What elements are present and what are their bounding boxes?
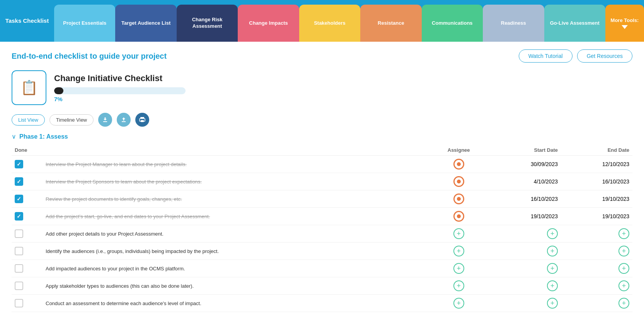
assignee-cell: + <box>428 243 489 260</box>
col-start-date: Start Date <box>489 145 561 156</box>
checkbox-checked[interactable]: ✓ <box>15 160 23 168</box>
add-end-date-button[interactable]: + <box>618 228 629 239</box>
phase-title: Phase 1: Assess <box>19 133 68 140</box>
progress-bar-container <box>54 87 186 94</box>
list-view-button[interactable]: List View <box>12 114 45 126</box>
task-text-cell: Add the project's start, go-live, and en… <box>43 208 428 225</box>
upload-icon[interactable] <box>117 113 131 127</box>
task-label: Review the project documents to identify… <box>46 196 182 202</box>
tab-change-risk[interactable]: Change Risk Assessment <box>177 5 238 42</box>
start-date-cell: + <box>489 225 561 243</box>
add-start-date-button[interactable]: + <box>547 280 558 291</box>
col-done: Done <box>12 145 43 156</box>
table-row: ✓Add the project's start, go-live, and e… <box>12 208 632 225</box>
checkbox-checked[interactable]: ✓ <box>15 212 23 221</box>
download-icon[interactable] <box>98 113 112 127</box>
assignee-avatar[interactable] <box>453 159 464 170</box>
add-end-date-button[interactable]: + <box>618 263 629 274</box>
table-row: Identify the audiences (i.e., groups, in… <box>12 243 632 260</box>
checkbox-unchecked[interactable] <box>15 264 23 273</box>
checklist-icon-box: 📋 <box>12 70 46 105</box>
assignee-avatar[interactable] <box>453 176 464 187</box>
tab-target-audience[interactable]: Target Audience List <box>115 5 176 42</box>
add-end-date-button[interactable]: + <box>618 298 629 309</box>
checklist-info: Change Initiative Checklist 7% <box>54 73 632 102</box>
page-title: End-to-end checklist to guide your proje… <box>12 52 167 61</box>
tab-tasks-checklist[interactable]: Tasks Checklist <box>0 0 54 42</box>
end-date: 16/10/2023 <box>602 178 629 185</box>
checkbox-checked[interactable]: ✓ <box>15 195 23 203</box>
assignee-avatar[interactable] <box>453 193 464 204</box>
assignee-avatar[interactable] <box>453 211 464 222</box>
add-assignee-button[interactable]: + <box>453 246 464 256</box>
get-resources-button[interactable]: Get Resources <box>577 49 632 63</box>
tab-resistance[interactable]: Resistance <box>360 5 421 42</box>
end-date-cell: 19/10/2023 <box>561 190 632 208</box>
add-start-date-button[interactable]: + <box>547 246 558 256</box>
add-end-date-button[interactable]: + <box>618 246 629 256</box>
add-assignee-button[interactable]: + <box>453 263 464 274</box>
add-assignee-button[interactable]: + <box>453 298 464 309</box>
chevron-down-icon <box>622 25 628 29</box>
tab-communications[interactable]: Communications <box>422 5 483 42</box>
add-start-date-button[interactable]: + <box>547 228 558 239</box>
task-text-cell: Review the project documents to identify… <box>43 190 428 208</box>
task-label: Identify the audiences (i.e., groups, in… <box>46 248 219 254</box>
add-assignee-button[interactable]: + <box>453 228 464 239</box>
start-date-cell: + <box>489 277 561 295</box>
task-table: Done Assignee Start Date End Date ✓Inter… <box>12 145 632 314</box>
tab-more-tools[interactable]: More Tools: <box>605 5 644 42</box>
end-date-cell: + <box>561 225 632 243</box>
end-date: 12/10/2023 <box>602 161 629 167</box>
checkbox-unchecked[interactable] <box>15 229 23 238</box>
main-content: End-to-end checklist to guide your proje… <box>0 42 644 314</box>
start-date-cell: + <box>489 312 561 314</box>
checkbox-checked[interactable]: ✓ <box>15 177 23 186</box>
assignee-cell: + <box>428 312 489 314</box>
done-cell <box>12 260 43 277</box>
start-date-cell: + <box>489 295 561 312</box>
timeline-view-button[interactable]: Timeline View <box>49 114 94 126</box>
start-date-cell: + <box>489 260 561 277</box>
add-start-date-button[interactable]: + <box>547 298 558 309</box>
watch-tutorial-button[interactable]: Watch Tutorial <box>519 49 572 63</box>
svg-rect-2 <box>141 120 144 122</box>
assignee-cell <box>428 208 489 225</box>
tab-stakeholders[interactable]: Stakeholders <box>299 5 360 42</box>
tab-change-impacts[interactable]: Change Impacts <box>238 5 299 42</box>
table-row: ✓Interview the Project Manager to learn … <box>12 156 632 173</box>
checklist-icon: 📋 <box>20 80 38 96</box>
page-header: End-to-end checklist to guide your proje… <box>12 49 632 63</box>
phase-toggle-icon[interactable]: ∨ <box>12 133 16 140</box>
end-date-cell: 16/10/2023 <box>561 173 632 190</box>
start-date-cell: + <box>489 243 561 260</box>
table-row: ✓Review the project documents to identif… <box>12 190 632 208</box>
table-row: ✓Interview the Project Sponsors to learn… <box>12 173 632 190</box>
add-start-date-button[interactable]: + <box>547 263 558 274</box>
checkbox-unchecked[interactable] <box>15 282 23 290</box>
add-assignee-button[interactable]: + <box>453 280 464 291</box>
end-date-cell: + <box>561 277 632 295</box>
done-cell <box>12 312 43 314</box>
end-date: 19/10/2023 <box>602 196 629 202</box>
print-icon[interactable] <box>135 113 149 127</box>
tab-project-essentials[interactable]: Project Essentials <box>54 5 115 42</box>
done-cell <box>12 295 43 312</box>
tab-golive[interactable]: Go-Live Assessment <box>544 5 605 42</box>
done-cell: ✓ <box>12 208 43 225</box>
start-date-cell: 16/10/2023 <box>489 190 561 208</box>
end-date-cell: 12/10/2023 <box>561 156 632 173</box>
header-buttons: Watch Tutorial Get Resources <box>519 49 632 63</box>
end-date: 19/10/2023 <box>602 213 629 219</box>
tab-readiness[interactable]: Readiness <box>483 5 544 42</box>
col-assignee: Assignee <box>428 145 489 156</box>
checkbox-unchecked[interactable] <box>15 299 23 307</box>
add-end-date-button[interactable]: + <box>618 280 629 291</box>
task-text-cell: Conduct an assessment to determine each … <box>43 295 428 312</box>
task-text-cell: Add impacted audiences to your project i… <box>43 260 428 277</box>
view-controls: List View Timeline View <box>12 113 632 127</box>
checklist-title: Change Initiative Checklist <box>54 73 632 83</box>
checkbox-unchecked[interactable] <box>15 247 23 255</box>
avatar-dot <box>457 214 461 218</box>
assignee-cell: + <box>428 295 489 312</box>
